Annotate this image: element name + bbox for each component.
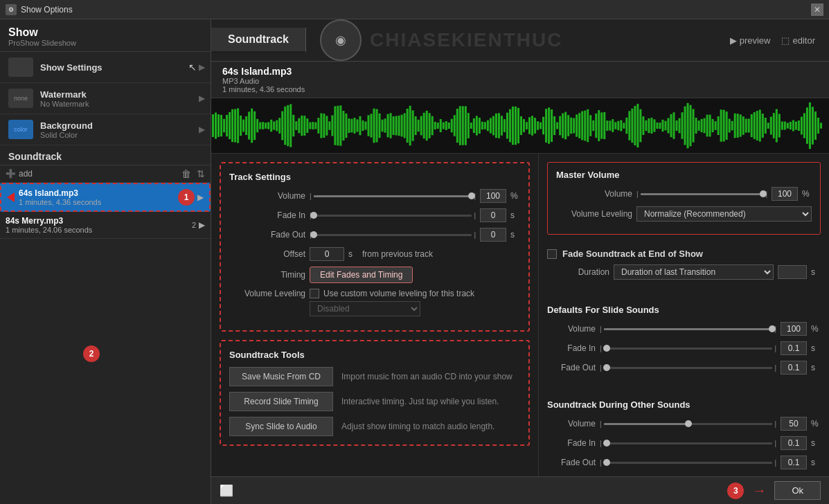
vol-level-checkbox[interactable]: [310, 289, 319, 298]
svg-rect-168: [676, 120, 678, 131]
svg-rect-107: [506, 113, 508, 139]
ds-fadein-slider[interactable]: | |: [600, 345, 776, 352]
volume-value[interactable]: 100: [480, 189, 506, 203]
volume-slider[interactable]: | |: [310, 192, 476, 200]
svg-rect-11: [240, 116, 242, 136]
svg-rect-89: [456, 109, 458, 143]
cursor-icon: ↖: [188, 62, 197, 73]
svg-rect-54: [359, 116, 361, 136]
ds-volume-value[interactable]: 100: [781, 322, 807, 336]
chevron-right-icon-watermark: ▶: [199, 93, 205, 103]
offset-unit: s: [348, 249, 358, 259]
so-fadeout-unit: s: [811, 458, 821, 467]
svg-rect-78: [426, 111, 428, 141]
svg-rect-61: [379, 114, 381, 138]
so-fadein-slider[interactable]: | |: [600, 440, 776, 447]
fade-out-value[interactable]: 0: [480, 228, 506, 242]
mv-vol-level-dropdown[interactable]: Normalize (Recommended): [636, 206, 812, 222]
fade-in-value[interactable]: 0: [480, 208, 506, 222]
svg-rect-206: [781, 121, 783, 129]
svg-rect-192: [742, 116, 745, 135]
edit-timing-button[interactable]: Edit Fades and Timing: [310, 267, 413, 283]
close-button[interactable]: ✕: [811, 3, 823, 16]
fade-in-slider[interactable]: | |: [310, 212, 476, 219]
ds-fadein-value[interactable]: 0.1: [781, 341, 807, 355]
svg-rect-208: [787, 123, 789, 128]
so-fadeout-slider[interactable]: | |: [600, 459, 776, 467]
svg-rect-88: [454, 115, 456, 136]
svg-rect-12: [242, 120, 244, 132]
title-bar: ⚙ Show Options ✕: [0, 0, 829, 19]
add-track-button[interactable]: ➕ add: [6, 169, 33, 179]
offset-label: Offset: [229, 249, 305, 259]
so-volume-slider[interactable]: | |: [600, 420, 776, 428]
svg-rect-198: [759, 109, 761, 141]
mv-volume-slider[interactable]: | |: [636, 190, 767, 198]
editor-button[interactable]: ⬚ editor: [781, 35, 815, 46]
fade-checkbox[interactable]: [547, 249, 557, 259]
svg-rect-82: [437, 123, 439, 129]
svg-rect-182: [715, 121, 717, 130]
tools-grid: Save Music From CD Import music from an …: [229, 367, 520, 436]
svg-rect-50: [348, 118, 350, 133]
volume-label: Volume: [229, 191, 305, 201]
soundtrack-tab[interactable]: Soundtrack: [211, 28, 306, 53]
show-settings-label: Show Settings: [40, 62, 102, 73]
chevron-right-icon: ▶: [199, 62, 205, 72]
fade-duration-dropdown[interactable]: Duration of last Transition: [614, 264, 774, 280]
reorder-track-icon[interactable]: ⇅: [197, 168, 205, 179]
master-volume-section: Master Volume Volume | | 100: [547, 162, 821, 235]
svg-rect-95: [473, 118, 475, 133]
file-info-bar: 64s Island.mp3 MP3 Audio 1 minutes, 4.36…: [211, 62, 829, 98]
preview-button[interactable]: ▶ preview: [730, 35, 771, 46]
editor-icon: ⬚: [781, 35, 790, 46]
track-item-2[interactable]: 84s Merry.mp3 1 minutes, 24.06 seconds 2…: [0, 212, 211, 239]
svg-rect-31: [295, 121, 297, 130]
ds-fadeout-slider[interactable]: | |: [600, 364, 776, 372]
svg-rect-167: [672, 112, 675, 138]
svg-rect-79: [429, 113, 431, 138]
mv-volume-value[interactable]: 100: [772, 187, 798, 201]
sidebar-item-watermark[interactable]: none Watermark No Watermark ▶: [0, 83, 211, 114]
so-fadeout-value[interactable]: 0.1: [781, 456, 807, 469]
fade-duration-value[interactable]: [778, 265, 807, 279]
track-item-1[interactable]: 64s Island.mp3 1 minutes, 4.36 seconds 1…: [0, 183, 211, 212]
ok-button[interactable]: Ok: [774, 481, 821, 500]
record-timing-button[interactable]: Record Slide Timing: [229, 392, 333, 411]
svg-rect-169: [679, 118, 681, 134]
svg-rect-203: [773, 113, 775, 138]
ds-fadeout-value[interactable]: 0.1: [781, 361, 807, 375]
so-fadein-value[interactable]: 0.1: [781, 436, 807, 450]
logo-circle: ◉: [320, 19, 362, 61]
delete-track-icon[interactable]: 🗑: [181, 168, 191, 179]
ds-fadein-label: Fade In: [547, 343, 596, 353]
window-icon[interactable]: ⬜: [220, 484, 233, 497]
offset-input[interactable]: [310, 247, 344, 261]
ds-volume-slider[interactable]: | |: [600, 325, 776, 333]
svg-rect-69: [401, 115, 403, 137]
svg-rect-77: [423, 113, 425, 138]
volume-row: Volume | | 100 %: [229, 189, 520, 203]
svg-rect-23: [273, 121, 275, 129]
svg-rect-20: [265, 123, 267, 129]
so-volume-value[interactable]: 50: [781, 417, 807, 431]
save-music-button[interactable]: Save Music From CD: [229, 367, 333, 386]
volume-unit: %: [510, 191, 520, 201]
svg-rect-196: [754, 112, 756, 139]
svg-rect-142: [603, 112, 605, 139]
svg-rect-76: [420, 116, 422, 136]
svg-rect-58: [371, 114, 373, 137]
svg-rect-27: [284, 107, 286, 145]
svg-rect-175: [695, 118, 697, 134]
svg-rect-218: [814, 111, 817, 140]
svg-rect-141: [600, 112, 603, 138]
vol-level-dropdown[interactable]: Disabled: [310, 301, 420, 316]
track-arrow-left-icon: [7, 192, 15, 202]
sidebar-item-show-settings[interactable]: Show Settings ↖ ▶: [0, 52, 211, 83]
mv-vol-level-row: Volume Leveling Normalize (Recommended): [556, 206, 812, 222]
svg-rect-30: [292, 115, 294, 136]
fade-soundtrack-section: Fade Soundtrack at End of Show Duration …: [547, 243, 821, 291]
sync-slide-button[interactable]: Sync Slide to Audio: [229, 417, 333, 436]
sidebar-item-background[interactable]: color Background Solid Color ▶: [0, 114, 211, 145]
fade-out-slider[interactable]: | |: [310, 231, 476, 239]
